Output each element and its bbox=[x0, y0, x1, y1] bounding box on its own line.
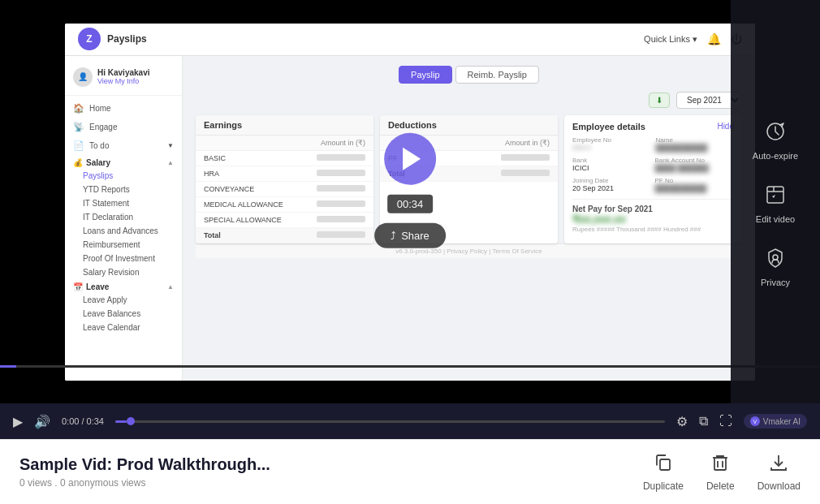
sidebar-proof-investment[interactable]: Proof Of Investment bbox=[65, 252, 182, 265]
bank-account-field: Bank Account No ████ ██████ bbox=[655, 157, 735, 172]
earnings-row-hra: HRA bbox=[196, 166, 373, 182]
quick-links[interactable]: Quick Links ▾ bbox=[644, 34, 697, 45]
svg-point-4 bbox=[773, 255, 778, 260]
sidebar-item-home[interactable]: 🏠 Home bbox=[65, 99, 182, 118]
sidebar-ytd-reports[interactable]: YTD Reports bbox=[65, 183, 182, 196]
leave-label: Leave bbox=[86, 282, 167, 291]
earnings-table: Earnings Amount in (₹) BASIC HRA bbox=[196, 115, 373, 243]
joining-date-label: Joining Date bbox=[572, 177, 652, 184]
joining-grid: Joining Date 20 Sep 2021 PF No █████████… bbox=[572, 177, 734, 192]
auto-expire-item[interactable]: Auto-expire bbox=[753, 117, 798, 161]
emp-grid: Employee No ###.# Name ██████████ bbox=[572, 136, 734, 152]
time-display: 0:00 / 0:34 bbox=[62, 416, 104, 426]
share-button[interactable]: ⤴ Share bbox=[374, 222, 446, 248]
duplicate-icon bbox=[654, 453, 673, 477]
sidebar-home-label: Home bbox=[89, 104, 111, 113]
sidebar-payslips[interactable]: Payslips bbox=[65, 169, 182, 183]
emp-name-label: Name bbox=[656, 136, 735, 144]
salary-icon: 💰 bbox=[73, 158, 83, 167]
home-icon: 🏠 bbox=[73, 103, 84, 114]
download-icon bbox=[769, 453, 788, 477]
download-payslip-btn[interactable]: ⬇ bbox=[649, 93, 670, 108]
sidebar-reimbursement[interactable]: Reimbursement bbox=[65, 238, 182, 252]
share-icon: ⤴ bbox=[391, 229, 396, 241]
earnings-header: Earnings bbox=[196, 115, 373, 136]
progress-bar[interactable] bbox=[115, 420, 665, 423]
auto-expire-icon bbox=[761, 117, 790, 146]
edit-video-item[interactable]: Edit video bbox=[756, 180, 795, 224]
sidebar-it-statement[interactable]: IT Statement bbox=[65, 196, 182, 210]
svg-rect-6 bbox=[714, 458, 726, 470]
video-title: Sample Vid: Prod Walkthrough... bbox=[19, 455, 270, 474]
sidebar-leave-balances[interactable]: Leave Balances bbox=[65, 307, 182, 321]
edit-video-label: Edit video bbox=[756, 214, 795, 224]
video-controls: ▶ 🔊 0:00 / 0:34 ⚙ ⧉ ⛶ V Vmaker AI bbox=[0, 403, 820, 439]
leave-chevron-icon: ▲ bbox=[167, 283, 174, 291]
action-buttons: Duplicate Delete bbox=[643, 453, 801, 492]
play-pause-btn[interactable]: ▶ bbox=[13, 414, 23, 429]
tab-reimb-payslip[interactable]: Reimb. Payslip bbox=[455, 66, 539, 84]
play-triangle-icon bbox=[403, 147, 421, 170]
net-pay-amount: ₹##,###.## bbox=[572, 213, 734, 226]
earnings-row-conveyance: CONVEYANCE bbox=[196, 182, 373, 197]
delete-button[interactable]: Delete bbox=[706, 453, 735, 492]
sidebar-item-todo[interactable]: 📄 To do ▼ bbox=[65, 136, 182, 155]
app-topbar-right: Quick Links ▾ 🔔 ⏻ bbox=[644, 32, 742, 45]
tab-payslip[interactable]: Payslip bbox=[399, 66, 451, 84]
sidebar-leave-calendar[interactable]: Leave Calendar bbox=[65, 321, 182, 334]
sidebar-item-engage[interactable]: 📡 Engage bbox=[65, 118, 182, 136]
sidebar-salary-section[interactable]: 💰 Salary ▲ bbox=[65, 155, 182, 169]
sidebar-leave-section[interactable]: 📅 Leave ▲ bbox=[65, 279, 182, 293]
earnings-row-total: Total bbox=[196, 228, 373, 243]
todo-icon: 📄 bbox=[73, 140, 84, 151]
main-container: Z Payslips Quick Links ▾ 🔔 ⏻ 👤 bbox=[0, 0, 820, 504]
privacy-item[interactable]: Privacy bbox=[761, 243, 790, 287]
app-topbar-left: Z Payslips bbox=[78, 28, 147, 50]
svg-rect-5 bbox=[660, 459, 670, 470]
emp-no-field: Employee No ###.# bbox=[572, 136, 651, 152]
delete-label: Delete bbox=[706, 480, 735, 492]
video-section: Z Payslips Quick Links ▾ 🔔 ⏻ 👤 bbox=[0, 0, 820, 403]
vmaker-logo-icon: V bbox=[750, 416, 760, 426]
pf-no-field: PF No ██████████ bbox=[655, 177, 735, 192]
sidebar-salary-revision[interactable]: Salary Revision bbox=[65, 265, 182, 279]
sidebar-leave-apply[interactable]: Leave Apply bbox=[65, 293, 182, 307]
volume-btn[interactable]: 🔊 bbox=[34, 414, 50, 429]
play-button[interactable] bbox=[384, 132, 436, 184]
privacy-icon bbox=[761, 243, 790, 273]
emp-no-label: Employee No bbox=[572, 136, 651, 144]
progress-fill bbox=[115, 420, 127, 423]
sidebar-user: 👤 Hi Kaviyakavi View My Info bbox=[65, 62, 182, 96]
joining-date-value: 20 Sep 2021 bbox=[572, 184, 652, 192]
emp-name-field: Name ██████████ bbox=[656, 136, 735, 152]
app-logo: Z bbox=[78, 28, 101, 50]
salary-label: Salary bbox=[86, 158, 167, 167]
sidebar-loans[interactable]: Loans and Advances bbox=[65, 224, 182, 238]
earnings-subheader: Amount in (₹) bbox=[196, 136, 373, 151]
bank-value: ICICI bbox=[572, 164, 652, 172]
notification-icon[interactable]: 🔔 bbox=[707, 32, 721, 45]
view-my-info-link[interactable]: View My Info bbox=[97, 77, 150, 85]
action-row: ⬇ Sep 2021 bbox=[196, 92, 742, 109]
emp-title: Employee details bbox=[572, 122, 645, 131]
main-payslip-content: Payslip Reimb. Payslip ⬇ Sep 2021 bbox=[183, 56, 755, 381]
vmaker-badge[interactable]: V Vmaker AI bbox=[744, 414, 807, 429]
download-button[interactable]: Download bbox=[757, 453, 801, 492]
video-timestamp: 00:34 bbox=[387, 194, 434, 213]
earnings-row-basic: BASIC bbox=[196, 151, 373, 166]
earnings-row-special: SPECIAL ALLOWANCE bbox=[196, 213, 373, 228]
emp-no-value: ###.# bbox=[572, 144, 651, 152]
pip-btn[interactable]: ⧉ bbox=[699, 414, 708, 429]
bank-account-label: Bank Account No bbox=[655, 157, 735, 164]
duplicate-button[interactable]: Duplicate bbox=[643, 453, 684, 492]
delete-icon bbox=[710, 453, 730, 477]
share-label: Share bbox=[401, 229, 429, 241]
fullscreen-btn[interactable]: ⛶ bbox=[719, 414, 732, 429]
sidebar-it-declaration[interactable]: IT Declaration bbox=[65, 210, 182, 224]
settings-btn[interactable]: ⚙ bbox=[676, 414, 688, 429]
employee-section: Employee details Hide Employee No ###.# bbox=[564, 115, 742, 243]
pf-no-label: PF No bbox=[655, 177, 735, 184]
vmaker-label: Vmaker AI bbox=[763, 417, 801, 426]
video-stats: 0 views . 0 anonymous views bbox=[19, 477, 270, 489]
auto-expire-label: Auto-expire bbox=[753, 151, 798, 161]
